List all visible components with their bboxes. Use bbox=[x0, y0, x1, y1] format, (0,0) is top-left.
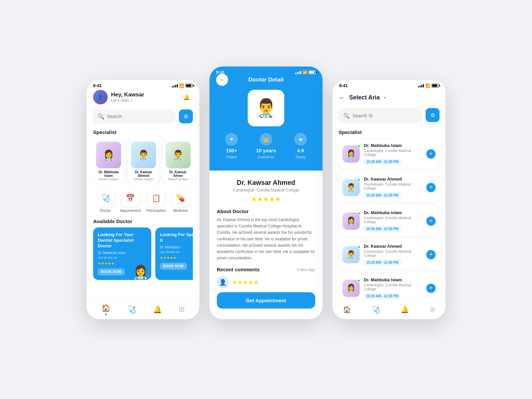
doc-time-0: 10:20 AM - 12:30 PM bbox=[364, 159, 401, 165]
signal-3 bbox=[418, 84, 424, 87]
specialist-card-0[interactable]: 👩‍⚕️ Dr. Mahbuba Islam Dentist Sargon bbox=[93, 139, 124, 184]
area-dropdown-arrow[interactable]: ▾ bbox=[384, 95, 386, 100]
nav-home[interactable]: 🏠 bbox=[101, 304, 110, 315]
status-icons-3: 📶 bbox=[418, 83, 439, 88]
doc-details-1: Dr. Kawsar Ahmed Cardiologist- Cumilla M… bbox=[364, 177, 422, 198]
doc-avatar-wrap-2: 👩‍⚕️ bbox=[342, 212, 360, 230]
comments-title: Recent comments bbox=[217, 267, 260, 272]
doc-img-1: 👨‍⚕️ bbox=[131, 142, 156, 168]
category-appointment-label: Appointment bbox=[120, 208, 141, 212]
doc-avatar-wrap-1: 👨‍⚕️ bbox=[342, 179, 360, 196]
specialist-cards: 👩‍⚕️ Dr. Mahbuba Islam Dentist Sargon 👨‍… bbox=[93, 139, 193, 184]
back-arrow-3[interactable]: ← bbox=[338, 94, 345, 101]
doc-avatar-2: 👩‍⚕️ bbox=[342, 212, 360, 230]
nav3-medical[interactable]: 🩺 bbox=[372, 306, 380, 314]
get-appointment-button[interactable]: Get Appointment bbox=[217, 292, 315, 309]
avail-date-1: Jun 25-Mar 28 bbox=[160, 250, 193, 254]
available-cards: Looking For Your Dentist Specialist Doct… bbox=[93, 227, 193, 280]
doctor-list-item-2[interactable]: 👩‍⚕️ Dr. Mahbuba Islam Cardiologist- Cum… bbox=[338, 206, 440, 236]
doc-list-spec-4: Cardiologist- Cumilla Madical Collage bbox=[364, 283, 422, 291]
add-button-3[interactable]: + bbox=[426, 250, 436, 259]
appointment-icon: 📅 bbox=[122, 190, 139, 207]
avail-card-0[interactable]: Looking For Your Dentist Specialist Doct… bbox=[93, 227, 151, 280]
doctor-icon: 🩺 bbox=[97, 190, 114, 207]
book-now-button-1[interactable]: BOOK NOW bbox=[160, 263, 187, 270]
doc-avatar-0: 👩‍⚕️ bbox=[342, 145, 360, 163]
stat-patient-label: Patient bbox=[226, 155, 237, 159]
notification-bell-button[interactable]: 🔔 bbox=[180, 91, 193, 103]
nav3-bell[interactable]: 🔔 bbox=[401, 306, 409, 314]
nav-medical[interactable]: 🩺 bbox=[127, 305, 136, 314]
book-now-button-0[interactable]: BOOK NOW bbox=[98, 268, 125, 275]
add-button-4[interactable]: + bbox=[426, 284, 436, 293]
s2-b4 bbox=[300, 71, 301, 74]
prescription-icon: 📋 bbox=[148, 190, 165, 207]
avail-card-1[interactable]: Looking For Specialist D Dr. Mahbuba I J… bbox=[155, 227, 193, 280]
online-dot-0 bbox=[357, 145, 360, 148]
doctor-list-item-3[interactable]: 👨‍⚕️ Dr. Kawsar Ahmed Cardiologist- Cumi… bbox=[338, 240, 440, 269]
stat-patient-value: 150+ bbox=[226, 148, 237, 153]
doc-list-spec-2: Cardiologist- Cumilla Madical Collage bbox=[364, 216, 422, 224]
category-medicine[interactable]: 💊 Medicine bbox=[172, 190, 189, 212]
add-button-2[interactable]: + bbox=[426, 216, 436, 226]
specialist-card-2[interactable]: 👨‍⚕️ Dr. Kawsar Ahme Dentist Sargon bbox=[163, 139, 193, 184]
doctor-name: Dr. Kawsar Ahmed bbox=[217, 179, 315, 187]
nav-grid[interactable]: ⊞ bbox=[179, 305, 185, 314]
category-appointment[interactable]: 📅 Appointment bbox=[120, 190, 141, 212]
detail-title: Doctor Detail bbox=[248, 76, 284, 83]
nav3-home[interactable]: 🏠 bbox=[343, 306, 351, 314]
filter-button-3[interactable]: ⚙ bbox=[426, 108, 440, 122]
nav3-grid[interactable]: ⊞ bbox=[430, 306, 435, 314]
doc-img-placeholder-0: 👩‍⚕️ bbox=[96, 142, 121, 168]
search-icon-3: 🔍 bbox=[343, 113, 350, 119]
s2-b1 bbox=[295, 73, 296, 74]
nav-bell[interactable]: 🔔 bbox=[153, 305, 162, 314]
bottom-nav-3: 🏠 🩺 🔔 ⊞ bbox=[332, 299, 446, 319]
doc-avatar-4: 👩‍⚕️ bbox=[342, 280, 360, 297]
doctor-list-item-0[interactable]: 👩‍⚕️ Dr. Mahbuba Islam Cardiologist- Cum… bbox=[338, 139, 440, 169]
doc-avatar-wrap-4: 👩‍⚕️ bbox=[342, 280, 360, 297]
subtitle-text: Let's Start..! bbox=[111, 98, 144, 103]
online-dot-3 bbox=[357, 245, 360, 249]
category-prescription[interactable]: 📋 Prescription bbox=[147, 190, 166, 212]
specialist-role-0: Dentist Sargon bbox=[96, 178, 121, 181]
doctor-info-card: Dr. Kawsar Ahmed Cardiologist- Cumilla M… bbox=[209, 171, 323, 319]
specialist-section: Specialist 👩‍⚕️ Dr. Mahbuba Islam Dentis… bbox=[93, 129, 193, 184]
s3-b3 bbox=[421, 85, 422, 87]
doctor-list-item-4[interactable]: 👩‍⚕️ Dr. Mahbuba Islam Cardiologist- Cum… bbox=[338, 273, 440, 303]
wifi-icon-2: 📶 bbox=[303, 70, 307, 74]
status-time-1: 9:41 bbox=[93, 83, 102, 88]
phone-search: 9:41 📶 ← Select Aria ▾ bbox=[332, 80, 446, 319]
doc-avatar-1: 👨‍⚕️ bbox=[342, 179, 360, 196]
online-dot-1 bbox=[357, 178, 360, 182]
search-input-wrap: 🔍 bbox=[93, 109, 176, 123]
header-row: 👤 Hey, Kawsar Let's Start..! 🔔 bbox=[93, 90, 193, 104]
category-doctor[interactable]: 🩺 Doctor bbox=[97, 190, 114, 212]
doc-time-4: 10:20 AM - 12:30 PM bbox=[364, 293, 401, 299]
signal-bars-1 bbox=[172, 84, 178, 87]
doc-details-0: Dr. Mahbuba Islam Cardiologist- Cumilla … bbox=[364, 143, 422, 165]
specialist-card-1[interactable]: 👨‍⚕️ Dr. Kawsar Ahmed Dentist Sargon bbox=[128, 139, 159, 184]
search-input[interactable] bbox=[107, 114, 171, 119]
add-button-1[interactable]: + bbox=[426, 183, 436, 192]
doc-list-name-0: Dr. Mahbuba Islam bbox=[364, 143, 422, 148]
online-dot-4 bbox=[357, 279, 360, 282]
doctor-list-item-1[interactable]: 👨‍⚕️ Dr. Kawsar Ahmed Cardiologist- Cumi… bbox=[338, 173, 440, 202]
wifi-icon-3: 📶 bbox=[425, 83, 430, 88]
filter-button[interactable]: ⚙ bbox=[179, 109, 193, 123]
category-prescription-label: Prescription bbox=[147, 208, 166, 212]
available-section: Available Doctor Looking For Your Dentis… bbox=[93, 218, 193, 280]
available-title: Available Doctor bbox=[93, 218, 193, 224]
s3-b1 bbox=[418, 86, 419, 87]
back-button[interactable]: ← bbox=[216, 74, 228, 86]
signal-2 bbox=[295, 71, 301, 74]
about-title: About Doctor bbox=[217, 208, 315, 214]
category-doctor-label: Doctor bbox=[100, 208, 111, 212]
battery-2 bbox=[309, 70, 316, 74]
battery-fill-2 bbox=[309, 71, 314, 73]
specialist-title-3: Specialist bbox=[338, 129, 440, 135]
wifi-icon-1: 📶 bbox=[179, 83, 184, 88]
search-input-3[interactable] bbox=[352, 113, 418, 118]
add-button-0[interactable]: + bbox=[426, 149, 436, 159]
doc-avatar-wrap-3: 👨‍⚕️ bbox=[342, 246, 360, 263]
